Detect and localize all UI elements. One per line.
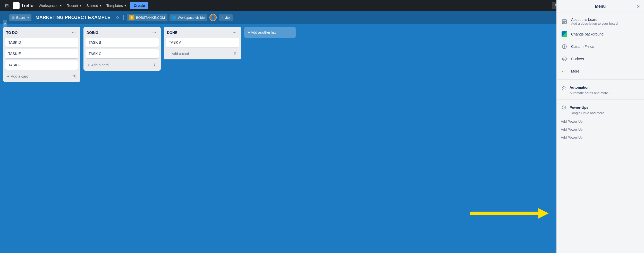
change-background-icon [561, 31, 568, 38]
add-powerup-button-1[interactable]: Add Power-Up... [557, 118, 644, 125]
list-menu-button-todo[interactable]: ··· [70, 29, 77, 36]
list-done: DONE ··· TASK A + Add a card 🃏 [164, 27, 241, 59]
list-menu-button-done[interactable]: ··· [231, 29, 238, 36]
card-task-e[interactable]: TASK E [5, 49, 78, 58]
card-task-d[interactable]: TASK D [5, 38, 78, 47]
add-card-button-done[interactable]: + Add a card [166, 50, 231, 57]
menu-title: Menu [595, 4, 606, 9]
add-card-button-todo[interactable]: + Add a card [5, 73, 70, 80]
workspaces-menu-button[interactable]: Workspaces ▾ [37, 2, 64, 9]
invite-button[interactable]: Invite [219, 14, 233, 21]
menu-divider-1 [557, 79, 644, 80]
top-nav: ⊞ Trello Workspaces ▾ Recent ▾ Starred ▾… [0, 0, 644, 11]
board-header: ›‹ ⊞ Board ▾ MARKETING PROJECT EXAMPLE ☆… [0, 11, 644, 24]
recent-menu-button[interactable]: Recent ▾ [65, 2, 83, 9]
trello-logo[interactable]: Trello [13, 2, 33, 9]
add-card-template-button-doing[interactable]: 🃏 [150, 61, 159, 68]
list-cards-doing: TASK B TASK C [86, 38, 159, 60]
board-view-button[interactable]: ⊞ Board ▾ [9, 14, 31, 21]
menu-body: About this board Add a description to yo… [557, 13, 644, 253]
menu-close-button[interactable]: × [636, 3, 641, 10]
board-title[interactable]: MARKETING PROJECT EXAMPLE [33, 14, 113, 21]
svg-point-12 [562, 57, 566, 61]
plus-icon: + [7, 74, 9, 78]
add-powerup-button-3[interactable]: Add Power-Up... [557, 133, 644, 141]
grid-menu-button[interactable]: ⊞ [3, 2, 11, 10]
board-content: TO DO ··· TASK D TASK E TASK F + Add a c… [0, 24, 556, 253]
header-divider [123, 15, 124, 20]
svg-point-14 [565, 58, 565, 59]
menu-item-custom-fields[interactable]: Custom Fields [557, 40, 644, 53]
menu-divider-2 [557, 100, 644, 100]
card-task-b[interactable]: TASK B [86, 38, 159, 47]
template-icon: 🃏 [152, 62, 157, 67]
add-card-button-doing[interactable]: + Add a card [86, 61, 150, 69]
list-todo: TO DO ··· TASK D TASK E TASK F + Add a c… [3, 27, 80, 82]
list-menu-button-doing[interactable]: ··· [151, 29, 158, 36]
card-task-c[interactable]: TASK C [86, 49, 159, 58]
menu-item-more[interactable]: ··· More [557, 65, 644, 77]
collapse-sidebar-button[interactable]: ›‹ [3, 20, 7, 27]
svg-rect-1 [16, 4, 18, 6]
right-menu: Menu × About this board Add a descriptio… [556, 0, 644, 253]
create-button[interactable]: Create [130, 2, 149, 9]
chevron-down-icon: ▾ [60, 4, 62, 7]
list-cards-todo: TASK D TASK E TASK F [5, 38, 78, 72]
list-title-doing: DOING [87, 31, 98, 35]
starred-menu-button[interactable]: Starred ▾ [84, 2, 103, 9]
svg-rect-0 [15, 4, 16, 6]
templates-menu-button[interactable]: Templates ▾ [104, 2, 128, 9]
card-task-a[interactable]: TASK A [166, 38, 239, 47]
list-title-done: DONE [167, 31, 177, 35]
board-icon: ⊞ [12, 16, 15, 20]
powerups-section-icon [561, 104, 567, 111]
card-task-f[interactable]: TASK F [5, 60, 78, 70]
stickers-icon [561, 55, 568, 62]
workspace-button[interactable]: B BOBSTANKE.COM [127, 14, 167, 21]
add-powerup-button-2[interactable]: Add Power-Up... [557, 125, 644, 133]
workspace-logo: B [129, 15, 134, 20]
plus-icon: + [88, 63, 90, 67]
template-icon: 🃏 [233, 51, 237, 55]
menu-item-about[interactable]: About this board Add a description to yo… [557, 15, 644, 28]
list-title-todo: TO DO [6, 31, 18, 35]
add-list-button[interactable]: + Add another list [244, 27, 296, 38]
template-icon: 🃏 [72, 74, 76, 78]
about-board-icon [561, 18, 568, 25]
svg-point-13 [564, 58, 564, 59]
globe-icon: 🌐 [172, 16, 176, 20]
more-icon: ··· [561, 68, 568, 75]
chevron-down-icon: ▾ [100, 4, 101, 7]
chevron-down-icon: ▾ [124, 4, 126, 7]
list-header-doing: DOING ··· [86, 29, 159, 36]
visibility-button[interactable]: 🌐 Workspace visible [170, 14, 207, 21]
chevron-down-icon: ▾ [80, 4, 81, 7]
svg-marker-15 [562, 85, 566, 89]
add-card-template-button-done[interactable]: 🃏 [231, 50, 239, 57]
add-card-template-button-todo[interactable]: 🃏 [70, 72, 78, 79]
menu-item-powerups[interactable]: Power-Ups Google Drive and more... [557, 102, 644, 118]
menu-header: Menu × [557, 0, 644, 13]
automation-section-icon [561, 84, 567, 91]
trello-logo-icon [13, 2, 20, 9]
chevron-down-icon: ▾ [27, 16, 29, 19]
list-header-todo: TO DO ··· [5, 29, 78, 36]
list-cards-done: TASK A [166, 38, 239, 49]
star-board-button[interactable]: ☆ [115, 14, 120, 21]
menu-item-automation[interactable]: Automation Automate cards and more... [557, 82, 644, 97]
custom-fields-icon [561, 43, 568, 50]
trello-wordmark: Trello [21, 3, 33, 8]
menu-item-background[interactable]: Change background [557, 28, 644, 40]
menu-item-stickers[interactable]: Stickers [557, 53, 644, 65]
board-member-avatar[interactable]: 👤 [209, 14, 217, 21]
plus-icon: + [168, 52, 170, 56]
list-doing: DOING ··· TASK B TASK C + Add a card 🃏 [83, 27, 161, 71]
list-header-done: DONE ··· [166, 29, 239, 36]
